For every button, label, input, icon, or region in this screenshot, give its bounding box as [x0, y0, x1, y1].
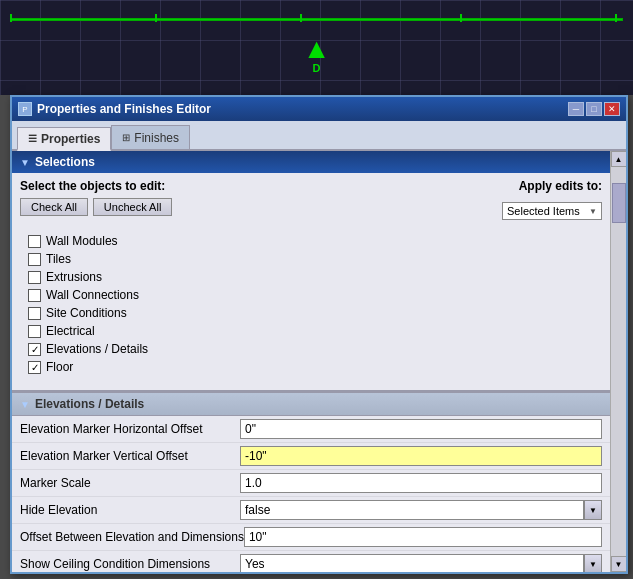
elevations-details-checkbox[interactable] — [28, 343, 41, 356]
selections-header-label: Selections — [35, 155, 95, 169]
list-item: Site Conditions — [28, 304, 594, 322]
check-all-button[interactable]: Check All — [20, 198, 88, 216]
hide-elevation-select-wrapper: false ▼ — [240, 500, 602, 520]
title-bar: P Properties and Finishes Editor ─ □ ✕ — [12, 97, 626, 121]
list-item: Extrusions — [28, 268, 594, 286]
tab-properties[interactable]: ☰ Properties — [17, 127, 111, 151]
offset-dimensions-input[interactable] — [244, 527, 602, 547]
elevations-header-label: Elevations / Details — [35, 397, 144, 411]
electrical-label: Electrical — [46, 324, 95, 338]
apply-edits-dropdown[interactable]: Selected Items ▼ — [502, 202, 602, 220]
list-item: Elevations / Details — [28, 340, 594, 358]
form-row-offset-dimensions: Offset Between Elevation and Dimensions — [12, 524, 610, 551]
cad-line — [10, 18, 623, 21]
wall-modules-label: Wall Modules — [46, 234, 118, 248]
list-item: Electrical — [28, 322, 594, 340]
apply-edits-label: Apply edits to: — [519, 179, 602, 193]
finishes-tab-icon: ⊞ — [122, 132, 130, 143]
vertical-offset-label: Elevation Marker Vertical Offset — [20, 449, 240, 463]
finishes-tab-label: Finishes — [134, 131, 179, 145]
show-ceiling-select-wrapper: Yes ▼ — [240, 554, 602, 572]
marker-scale-input[interactable] — [240, 473, 602, 493]
scroll-area[interactable]: ▼ Selections Select the objects to edit:… — [12, 151, 610, 572]
site-conditions-checkbox[interactable] — [28, 307, 41, 320]
properties-tab-icon: ☰ — [28, 133, 37, 144]
show-ceiling-dropdown-icon[interactable]: ▼ — [584, 554, 602, 572]
floor-checkbox[interactable] — [28, 361, 41, 374]
title-bar-left: P Properties and Finishes Editor — [18, 102, 211, 116]
scroll-down-button[interactable]: ▼ — [611, 556, 627, 572]
scroll-thumb[interactable] — [612, 183, 626, 223]
offset-dimensions-label: Offset Between Elevation and Dimensions — [20, 530, 244, 544]
extrusions-label: Extrusions — [46, 270, 102, 284]
selections-collapse-icon: ▼ — [20, 157, 30, 168]
elevations-header: ▼ Elevations / Details — [12, 392, 610, 416]
horizontal-offset-input[interactable] — [240, 419, 602, 439]
tab-finishes[interactable]: ⊞ Finishes — [111, 125, 190, 149]
apply-dropdown-value: Selected Items — [507, 205, 580, 217]
list-item: Floor — [28, 358, 594, 376]
list-item: Wall Connections — [28, 286, 594, 304]
scrollbar[interactable]: ▲ ▼ — [610, 151, 626, 572]
list-item: Tiles — [28, 250, 594, 268]
elevations-section: ▼ Elevations / Details Elevation Marker … — [12, 392, 610, 572]
form-row-horizontal-offset: Elevation Marker Horizontal Offset — [12, 416, 610, 443]
restore-button[interactable]: □ — [586, 102, 602, 116]
form-row-vertical-offset: Elevation Marker Vertical Offset — [12, 443, 610, 470]
dialog-title: Properties and Finishes Editor — [37, 102, 211, 116]
select-objects-row: Select the objects to edit: Apply edits … — [20, 179, 602, 193]
hide-elevation-label: Hide Elevation — [20, 503, 240, 517]
dialog-content: ▼ Selections Select the objects to edit:… — [12, 151, 626, 572]
uncheck-all-button[interactable]: Uncheck All — [93, 198, 172, 216]
dropdown-chevron-icon: ▼ — [589, 207, 597, 216]
hide-elevation-dropdown-icon[interactable]: ▼ — [584, 500, 602, 520]
cad-label: D — [313, 62, 321, 74]
close-button[interactable]: ✕ — [604, 102, 620, 116]
content-inner: ▼ Selections Select the objects to edit:… — [12, 151, 626, 572]
cad-tick — [615, 14, 617, 22]
check-buttons: Check All Uncheck All — [20, 198, 172, 216]
horizontal-offset-label: Elevation Marker Horizontal Offset — [20, 422, 240, 436]
title-controls: ─ □ ✕ — [568, 102, 620, 116]
form-row-marker-scale: Marker Scale — [12, 470, 610, 497]
cad-tick — [10, 14, 12, 22]
select-objects-label: Select the objects to edit: — [20, 179, 165, 193]
hide-elevation-value: false — [245, 503, 270, 517]
cad-tick — [460, 14, 462, 22]
cad-tick — [155, 14, 157, 22]
hide-elevation-select[interactable]: false — [240, 500, 584, 520]
apply-dropdown-wrapper: Selected Items ▼ — [502, 202, 602, 220]
electrical-checkbox[interactable] — [28, 325, 41, 338]
selections-section: Select the objects to edit: Apply edits … — [12, 173, 610, 384]
wall-modules-checkbox[interactable] — [28, 235, 41, 248]
show-ceiling-value: Yes — [245, 557, 265, 571]
show-ceiling-label: Show Ceiling Condition Dimensions — [20, 557, 240, 571]
list-item: Wall Modules — [28, 232, 594, 250]
cad-arrow: ▲ — [303, 35, 331, 63]
tiles-label: Tiles — [46, 252, 71, 266]
wall-connections-label: Wall Connections — [46, 288, 139, 302]
elevations-collapse-icon: ▼ — [20, 399, 30, 410]
floor-label: Floor — [46, 360, 73, 374]
cad-tick — [300, 14, 302, 22]
checkbox-list: Wall Modules Tiles Extrusions Wall — [20, 230, 602, 378]
properties-tab-label: Properties — [41, 132, 100, 146]
properties-finishes-dialog: P Properties and Finishes Editor ─ □ ✕ ☰… — [10, 95, 628, 574]
vertical-offset-input[interactable] — [240, 446, 602, 466]
site-conditions-label: Site Conditions — [46, 306, 127, 320]
wall-connections-checkbox[interactable] — [28, 289, 41, 302]
selections-header: ▼ Selections — [12, 151, 610, 173]
marker-scale-label: Marker Scale — [20, 476, 240, 490]
elevations-details-label: Elevations / Details — [46, 342, 148, 356]
show-ceiling-select[interactable]: Yes — [240, 554, 584, 572]
extrusions-checkbox[interactable] — [28, 271, 41, 284]
dialog-icon: P — [18, 102, 32, 116]
cad-viewport: ▲ D — [0, 0, 633, 95]
form-row-show-ceiling: Show Ceiling Condition Dimensions Yes ▼ — [12, 551, 610, 572]
tiles-checkbox[interactable] — [28, 253, 41, 266]
form-row-hide-elevation: Hide Elevation false ▼ — [12, 497, 610, 524]
tab-bar: ☰ Properties ⊞ Finishes — [12, 121, 626, 151]
minimize-button[interactable]: ─ — [568, 102, 584, 116]
scroll-up-button[interactable]: ▲ — [611, 151, 627, 167]
